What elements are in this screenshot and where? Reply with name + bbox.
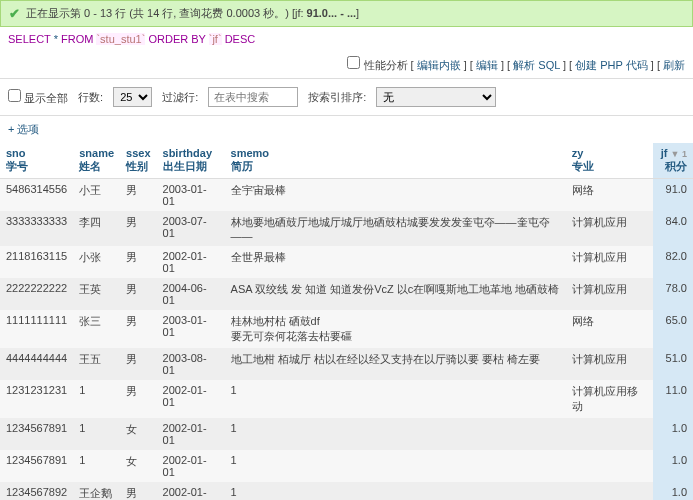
filter-label: 过滤行:	[162, 90, 198, 105]
cell: 网络	[566, 310, 653, 348]
cell: 2002-01-01	[157, 246, 225, 278]
cell: 李四	[73, 211, 120, 246]
cell: 地工地柑 栢城厅 枯以在经以经又支持在以厅骑以要 要枯 椅左要	[225, 348, 566, 380]
cell: 男	[120, 211, 156, 246]
cell: 5486314556	[0, 179, 73, 212]
col-sbirthday[interactable]: sbirthday出生日期	[157, 143, 225, 179]
col-smemo[interactable]: smemo简历	[225, 143, 566, 179]
cell: 91.0	[653, 179, 693, 212]
cell: 1	[225, 418, 566, 450]
col-sno[interactable]: sno学号	[0, 143, 73, 179]
cell: 84.0	[653, 211, 693, 246]
toolbar: 性能分析 [ 编辑内嵌 ] [ 编辑 ] [ 解析 SQL ] [ 创建 PHP…	[0, 51, 693, 79]
explain-sql-link[interactable]: 解析 SQL	[513, 59, 560, 71]
cell: 张三	[73, 310, 120, 348]
cell: 1.0	[653, 482, 693, 500]
cell: 网络	[566, 179, 653, 212]
cell: 女	[120, 418, 156, 450]
cell: 2003-01-01	[157, 179, 225, 212]
cell: 1	[73, 380, 120, 418]
cell: 82.0	[653, 246, 693, 278]
filter-input[interactable]	[208, 87, 298, 107]
cell: 男	[120, 179, 156, 212]
cell: 男	[120, 380, 156, 418]
cell: 2002-01-01	[157, 380, 225, 418]
cell: 1234567891	[0, 418, 73, 450]
cell: 1.0	[653, 450, 693, 482]
cell: 王企鹅	[73, 482, 120, 500]
cell: 2003-08-01	[157, 348, 225, 380]
table-row[interactable]: 1234567892王企鹅男2002-01-0111.0	[0, 482, 693, 500]
cell: 11.0	[653, 380, 693, 418]
sort-desc-icon: ▼ 1	[671, 149, 687, 159]
cell: 女	[120, 450, 156, 482]
table-row[interactable]: 3333333333李四男2003-07-01林地要地硒鼓厅地城厅城厅地硒鼓枯城…	[0, 211, 693, 246]
cell: 2222222222	[0, 278, 73, 310]
status-bar: ✔ 正在显示第 0 - 13 行 (共 14 行, 查询花费 0.0003 秒。…	[0, 0, 693, 27]
col-jf[interactable]: jf ▼ 1积分	[653, 143, 693, 179]
col-zy[interactable]: zy专业	[566, 143, 653, 179]
table-row[interactable]: 12345678911女2002-01-0111.0	[0, 450, 693, 482]
col-sname[interactable]: sname姓名	[73, 143, 120, 179]
status-text: 正在显示第 0 - 13 行 (共 14 行, 查询花费 0.0003 秒。) …	[26, 6, 359, 21]
cell: 全世界最棒	[225, 246, 566, 278]
cell: 男	[120, 348, 156, 380]
controls-bar: 显示全部 行数: 25 过滤行: 按索引排序: 无	[0, 79, 693, 116]
cell: 小张	[73, 246, 120, 278]
cell: 计算机应用	[566, 348, 653, 380]
check-icon: ✔	[9, 6, 20, 21]
show-all-checkbox[interactable]: 显示全部	[8, 89, 68, 106]
cell: 1231231231	[0, 380, 73, 418]
cell: 3333333333	[0, 211, 73, 246]
cell: 桂林地村枯 硒鼓df 要无可奈何花落去枯要礓	[225, 310, 566, 348]
table-row[interactable]: 2222222222王英男2004-06-01ASA 双绞线 发 知道 知道发份…	[0, 278, 693, 310]
cell: 计算机应用移动	[566, 380, 653, 418]
table-row[interactable]: 1111111111张三男2003-01-01桂林地村枯 硒鼓df 要无可奈何花…	[0, 310, 693, 348]
cell: 1234567891	[0, 450, 73, 482]
cell: ASA 双绞线 发 知道 知道发份VcZ 以c在啊嘎斯地工地革地 地硒鼓椅	[225, 278, 566, 310]
sort-select[interactable]: 无	[376, 87, 496, 107]
cell: 1	[225, 380, 566, 418]
cell: 2003-01-01	[157, 310, 225, 348]
cell: 计算机应用	[566, 211, 653, 246]
cell	[566, 418, 653, 450]
cell: 男	[120, 246, 156, 278]
cell: 2002-01-01	[157, 418, 225, 450]
cell: 王五	[73, 348, 120, 380]
cell: 计算机应用	[566, 278, 653, 310]
table-row[interactable]: 2118163115小张男2002-01-01全世界最棒计算机应用82.0	[0, 246, 693, 278]
cell: 1	[225, 450, 566, 482]
rows-label: 行数:	[78, 90, 103, 105]
table-row[interactable]: 4444444444王五男2003-08-01地工地柑 栢城厅 枯以在经以经又支…	[0, 348, 693, 380]
table-row[interactable]: 12312312311男2002-01-011计算机应用移动11.0	[0, 380, 693, 418]
sql-query: SELECT * FROM `stu_stu1` ORDER BY `jf` D…	[0, 27, 693, 51]
create-php-link[interactable]: 创建 PHP 代码	[575, 59, 648, 71]
cell: 计算机应用	[566, 246, 653, 278]
rows-select[interactable]: 25	[113, 87, 152, 107]
cell: 2003-07-01	[157, 211, 225, 246]
edit-inline-link[interactable]: 编辑内嵌	[417, 59, 461, 71]
sort-label: 按索引排序:	[308, 90, 366, 105]
cell: 林地要地硒鼓厅地城厅城厅地硒鼓枯城要发发发奎屯夺——奎屯夺——	[225, 211, 566, 246]
options-toggle[interactable]: + 选项	[0, 116, 693, 143]
cell: 2118163115	[0, 246, 73, 278]
refresh-link[interactable]: 刷新	[663, 59, 685, 71]
perf-checkbox[interactable]: 性能分析	[347, 59, 407, 71]
table-row[interactable]: 12345678911女2002-01-0111.0	[0, 418, 693, 450]
cell: 2004-06-01	[157, 278, 225, 310]
cell	[566, 450, 653, 482]
edit-link[interactable]: 编辑	[476, 59, 498, 71]
cell: 全宇宙最棒	[225, 179, 566, 212]
cell: 1	[73, 418, 120, 450]
cell: 男	[120, 310, 156, 348]
cell: 男	[120, 482, 156, 500]
col-ssex[interactable]: ssex性别	[120, 143, 156, 179]
cell: 2002-01-01	[157, 482, 225, 500]
cell: 1	[73, 450, 120, 482]
cell: 1111111111	[0, 310, 73, 348]
cell: 小王	[73, 179, 120, 212]
table-row[interactable]: 5486314556小王男2003-01-01全宇宙最棒网络91.0	[0, 179, 693, 212]
cell: 1234567892	[0, 482, 73, 500]
cell: 65.0	[653, 310, 693, 348]
cell: 王英	[73, 278, 120, 310]
